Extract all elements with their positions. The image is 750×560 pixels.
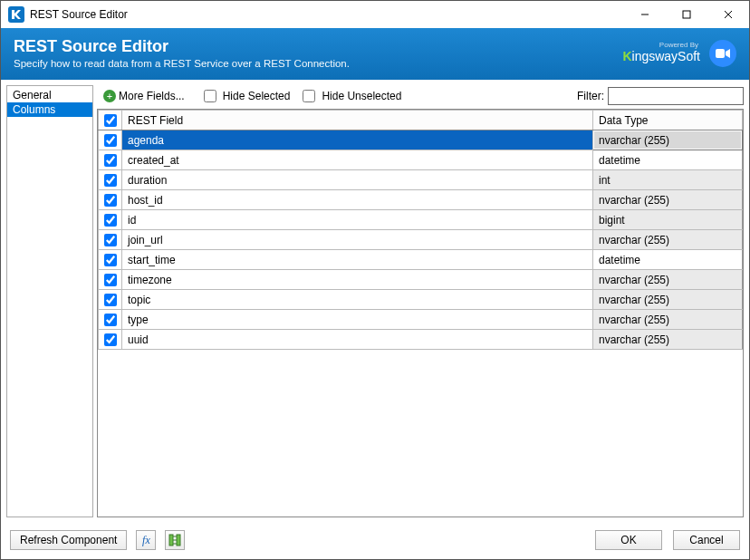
row-checkbox[interactable] (104, 194, 117, 207)
row-checkbox-cell[interactable] (99, 310, 122, 330)
row-checkbox-cell[interactable] (99, 250, 122, 270)
rest-field-cell[interactable]: topic (122, 290, 593, 310)
row-checkbox[interactable] (104, 174, 117, 187)
ok-button[interactable]: OK (595, 530, 662, 550)
data-type-cell[interactable]: nvarchar (255) (593, 230, 743, 250)
rest-field-cell[interactable]: created_at (122, 150, 593, 170)
table-row[interactable]: typenvarchar (255) (99, 310, 743, 330)
data-type-cell[interactable]: nvarchar (255) (593, 310, 743, 330)
row-checkbox[interactable] (104, 134, 117, 147)
select-all-checkbox[interactable] (104, 114, 117, 127)
svg-rect-5 (169, 535, 173, 546)
toolbar: + More Fields... Hide Selected Hide Unse… (97, 85, 744, 107)
data-type-cell[interactable]: nvarchar (255) (593, 270, 743, 290)
table-row[interactable]: created_atdatetime (99, 150, 743, 170)
row-checkbox-cell[interactable] (99, 270, 122, 290)
svg-rect-1 (683, 11, 690, 18)
header-band: REST Source Editor Specify how to read d… (1, 28, 749, 80)
rest-field-cell[interactable]: host_id (122, 190, 593, 210)
row-checkbox-cell[interactable] (99, 190, 122, 210)
row-checkbox[interactable] (104, 333, 117, 346)
rest-field-cell[interactable]: type (122, 310, 593, 330)
header-logo-area: Powered By KingswaySoft (622, 40, 736, 67)
data-type-cell[interactable]: nvarchar (255) (593, 190, 743, 210)
expression-button[interactable]: fx (136, 530, 156, 550)
content-area: GeneralColumns + More Fields... Hide Sel… (1, 80, 749, 523)
row-checkbox-cell[interactable] (99, 290, 122, 310)
close-button[interactable] (707, 1, 749, 28)
data-type-cell[interactable]: datetime (593, 150, 743, 170)
header-title: REST Source Editor (14, 37, 622, 56)
svg-rect-6 (177, 535, 180, 546)
sidebar-item-general[interactable]: General (7, 88, 92, 102)
table-row[interactable]: durationint (99, 170, 743, 190)
maximize-button[interactable] (666, 1, 707, 28)
row-checkbox[interactable] (104, 294, 117, 306)
filter-input[interactable] (608, 87, 744, 105)
zoom-icon (709, 40, 736, 67)
row-checkbox-cell[interactable] (99, 170, 122, 190)
row-checkbox-cell[interactable] (99, 330, 122, 350)
columns-grid[interactable]: REST Field Data Type agendanvarchar (255… (97, 109, 744, 517)
rest-field-cell[interactable]: id (122, 210, 593, 230)
header-subtitle: Specify how to read data from a REST Ser… (14, 58, 622, 69)
more-fields-button[interactable]: + More Fields... (97, 87, 191, 105)
rest-field-cell[interactable]: duration (122, 170, 593, 190)
filter-label: Filter: (577, 90, 604, 102)
table-row[interactable]: agendanvarchar (255) (99, 130, 743, 150)
rest-field-cell[interactable]: join_url (122, 230, 593, 250)
header-data-type[interactable]: Data Type (593, 111, 743, 130)
svg-rect-4 (716, 49, 725, 58)
header-select-all[interactable] (99, 111, 122, 130)
hide-selected-input[interactable] (204, 90, 216, 102)
table-row[interactable]: join_urlnvarchar (255) (99, 230, 743, 250)
plus-icon: + (103, 90, 116, 102)
window-title: REST Source Editor (30, 8, 624, 21)
data-type-cell[interactable]: nvarchar (255) (593, 330, 743, 350)
footer: Refresh Component fx OK Cancel (1, 523, 749, 559)
rest-field-cell[interactable]: start_time (122, 250, 593, 270)
hide-unselected-label: Hide Unselected (322, 90, 401, 102)
rest-field-cell[interactable]: uuid (122, 330, 593, 350)
table-row[interactable]: start_timedatetime (99, 250, 743, 270)
hide-selected-label: Hide Selected (223, 90, 291, 102)
hide-unselected-checkbox[interactable]: Hide Unselected (299, 87, 401, 105)
data-type-cell[interactable]: bigint (593, 210, 743, 230)
sidebar-item-columns[interactable]: Columns (7, 102, 92, 117)
refresh-component-button[interactable]: Refresh Component (10, 530, 127, 550)
header-rest-field[interactable]: REST Field (122, 111, 593, 130)
kingswaysoft-logo: Powered By KingswaySoft (622, 42, 700, 63)
table-row[interactable]: topicnvarchar (255) (99, 290, 743, 310)
row-checkbox[interactable] (104, 314, 117, 326)
table-row[interactable]: host_idnvarchar (255) (99, 190, 743, 210)
map-columns-button[interactable] (165, 530, 185, 550)
row-checkbox[interactable] (104, 274, 117, 286)
row-checkbox-cell[interactable] (99, 210, 122, 230)
row-checkbox-cell[interactable] (99, 230, 122, 250)
hide-unselected-input[interactable] (303, 90, 315, 102)
hide-selected-checkbox[interactable]: Hide Selected (200, 87, 291, 105)
data-type-cell[interactable]: datetime (593, 250, 743, 270)
data-type-cell[interactable]: int (593, 170, 743, 190)
window-controls (624, 1, 749, 28)
row-checkbox[interactable] (104, 214, 117, 227)
table-row[interactable]: uuidnvarchar (255) (99, 330, 743, 350)
app-icon (8, 6, 24, 23)
row-checkbox[interactable] (104, 254, 117, 266)
data-type-cell[interactable]: nvarchar (255) (593, 290, 743, 310)
rest-field-cell[interactable]: timezone (122, 270, 593, 290)
table-row[interactable]: timezonenvarchar (255) (99, 270, 743, 290)
data-type-cell[interactable]: nvarchar (255) (593, 130, 743, 150)
row-checkbox[interactable] (104, 154, 117, 167)
row-checkbox-cell[interactable] (99, 130, 122, 150)
table-row[interactable]: idbigint (99, 210, 743, 230)
titlebar: REST Source Editor (1, 1, 749, 28)
window: REST Source Editor REST Source Editor Sp… (0, 0, 750, 560)
row-checkbox-cell[interactable] (99, 150, 122, 170)
filter-wrap: Filter: (577, 87, 744, 105)
row-checkbox[interactable] (104, 234, 117, 246)
more-fields-label: More Fields... (119, 90, 185, 102)
cancel-button[interactable]: Cancel (673, 530, 740, 550)
rest-field-cell[interactable]: agenda (122, 130, 593, 150)
minimize-button[interactable] (624, 1, 666, 28)
